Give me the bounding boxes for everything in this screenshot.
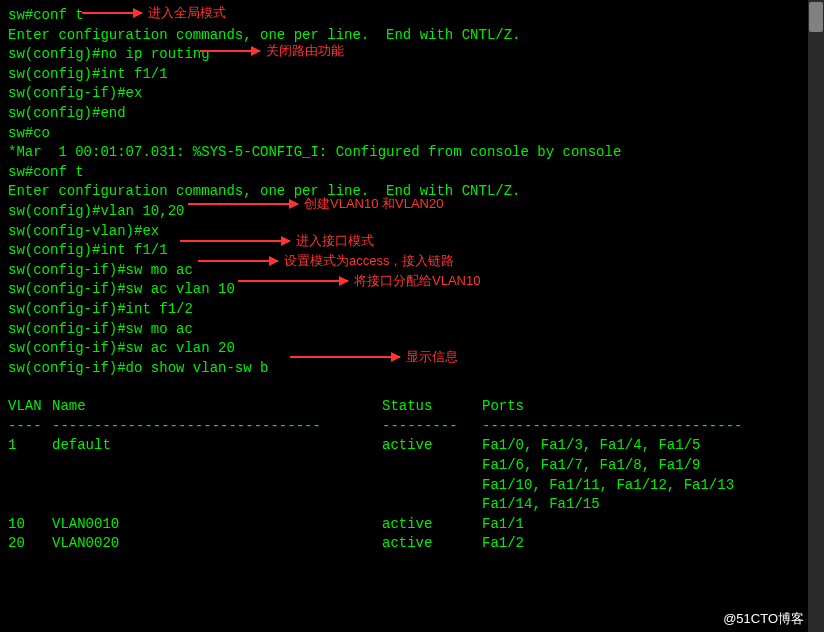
output-line: sw(config-if)#sw ac vlan 20 [8,339,816,359]
cell-ports: Fa1/1 [482,515,816,535]
table-header: VLAN Name Status Ports [8,397,816,417]
watermark: @51CTO博客 [723,610,804,628]
output-line: sw(config-vlan)#ex [8,222,816,242]
table-row: 10 VLAN0010 active Fa1/1 [8,515,816,535]
cell-vlan: 10 [8,515,52,535]
sep: --------- [382,417,482,437]
cell-status: active [382,436,482,456]
output-line: sw(config-if)#sw mo ac [8,320,816,340]
sep: ---- [8,417,52,437]
table-row: 1 default active Fa1/0, Fa1/3, Fa1/4, Fa… [8,436,816,456]
cell-status: active [382,515,482,535]
output-line: sw(config-if)#sw mo ac [8,261,816,281]
col-status: Status [382,397,482,417]
output-line [8,378,816,397]
cell-name: VLAN0020 [52,534,382,554]
output-line: sw(config)#int f1/1 [8,241,816,261]
table-row: Fa1/10, Fa1/11, Fa1/12, Fa1/13 [482,476,816,496]
output-line: *Mar 1 00:01:07.031: %SYS-5-CONFIG_I: Co… [8,143,816,163]
output-line: sw#conf t [8,6,816,26]
cell-vlan: 20 [8,534,52,554]
output-line: sw(config)#int f1/1 [8,65,816,85]
cell-vlan: 1 [8,436,52,456]
vertical-scrollbar[interactable] [808,0,824,632]
table-separator: ---- -------------------------------- --… [8,417,816,437]
cell-status: active [382,534,482,554]
cell-name: default [52,436,382,456]
output-line: sw#co [8,124,816,144]
col-name: Name [52,397,382,417]
output-line: sw(config-if)#ex [8,84,816,104]
output-line: sw(config-if)#int f1/2 [8,300,816,320]
cell-ports: Fa1/0, Fa1/3, Fa1/4, Fa1/5 [482,436,816,456]
sep: ------------------------------- [482,417,816,437]
terminal-output[interactable]: sw#conf t Enter configuration commands, … [0,0,824,560]
table-row: Fa1/6, Fa1/7, Fa1/8, Fa1/9 [482,456,816,476]
output-line: sw(config)#vlan 10,20 [8,202,816,222]
output-line: sw(config-if)#sw ac vlan 10 [8,280,816,300]
output-line: sw(config)#no ip routing [8,45,816,65]
col-vlan: VLAN [8,397,52,417]
cell-name: VLAN0010 [52,515,382,535]
cell-ports: Fa1/2 [482,534,816,554]
table-row: 20 VLAN0020 active Fa1/2 [8,534,816,554]
output-line: Enter configuration commands, one per li… [8,26,816,46]
output-line: Enter configuration commands, one per li… [8,182,816,202]
scroll-thumb[interactable] [809,2,823,32]
sep: -------------------------------- [52,417,382,437]
output-line: sw(config-if)#do show vlan-sw b [8,359,816,379]
output-line: sw(config)#end [8,104,816,124]
col-ports: Ports [482,397,816,417]
output-line: sw#conf t [8,163,816,183]
table-row: Fa1/14, Fa1/15 [482,495,816,515]
